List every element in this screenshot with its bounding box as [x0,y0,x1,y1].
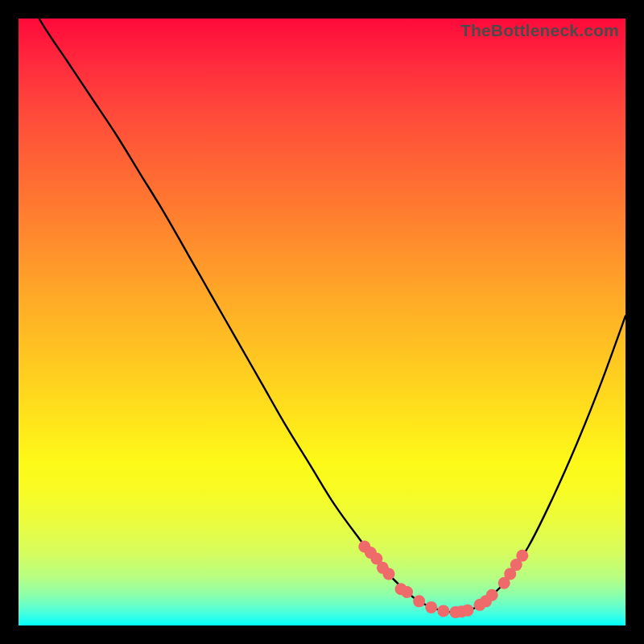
curve-layer [19,19,625,612]
highlight-markers [358,540,528,617]
bottleneck-chart [19,19,625,625]
highlight-marker [382,568,394,580]
highlight-marker [516,550,528,562]
highlight-marker [486,589,498,601]
plot-area: TheBottleneck.com [19,19,625,625]
watermark-label: TheBottleneck.com [460,21,619,40]
highlight-marker [413,595,425,607]
highlight-marker [437,605,449,617]
chart-frame: TheBottleneck.com [0,0,644,644]
bottleneck-curve-path [19,19,625,612]
highlight-marker [461,605,473,617]
highlight-marker [425,601,437,613]
highlight-marker [401,586,413,598]
